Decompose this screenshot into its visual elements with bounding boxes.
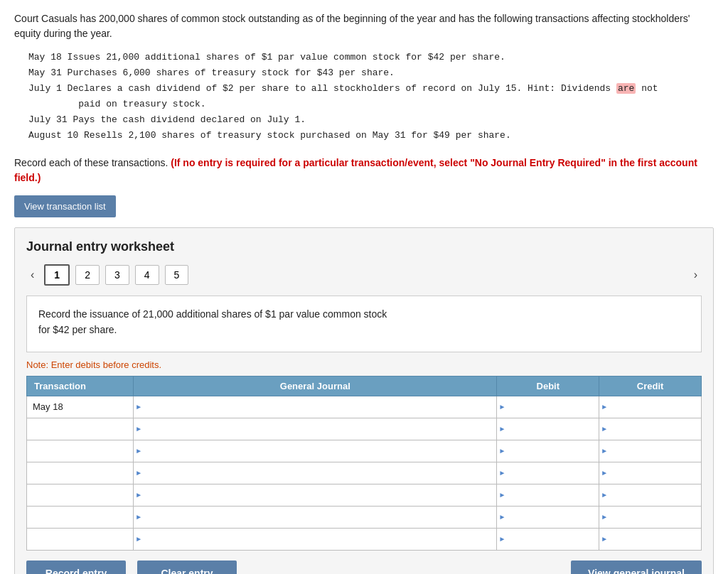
- tri-icon-6: ►: [135, 513, 142, 521]
- view-general-journal-button[interactable]: View general journal: [571, 561, 702, 574]
- credit-input-6[interactable]: [609, 507, 701, 528]
- debit-input-5[interactable]: [507, 484, 599, 506]
- journal-input-7[interactable]: [144, 529, 496, 550]
- tri-debit-3: ►: [498, 447, 505, 455]
- debit-cell-2[interactable]: ►: [497, 418, 599, 440]
- table-row: ► ► ►: [27, 506, 702, 528]
- tri-debit-4: ►: [498, 469, 505, 477]
- credit-input-2[interactable]: [609, 418, 701, 440]
- table-row: ► ► ►: [27, 440, 702, 462]
- transaction-date-7: [27, 528, 134, 550]
- view-transaction-button[interactable]: View transaction list: [14, 195, 116, 217]
- debit-cell-4[interactable]: ►: [497, 462, 599, 484]
- tri-debit-5: ►: [498, 491, 505, 499]
- debit-input-7[interactable]: [507, 529, 599, 550]
- transaction-line-2: May 31 Purchases 6,000 shares of treasur…: [28, 65, 714, 81]
- journal-input-2[interactable]: [144, 418, 496, 440]
- journal-cell-1[interactable]: ►: [134, 396, 497, 418]
- tri-icon-3: ►: [135, 447, 142, 455]
- credit-cell-4[interactable]: ►: [599, 462, 702, 484]
- debit-input-2[interactable]: [507, 418, 599, 440]
- credit-cell-6[interactable]: ►: [599, 506, 702, 528]
- credit-cell-1[interactable]: ►: [599, 396, 702, 418]
- journal-cell-2[interactable]: ►: [134, 418, 497, 440]
- journal-input-4[interactable]: [144, 462, 496, 484]
- clear-entry-button[interactable]: Clear entry: [137, 561, 237, 574]
- tri-icon-4: ►: [135, 469, 142, 477]
- tri-debit-2: ►: [498, 425, 505, 433]
- col-header-general-journal: General Journal: [134, 376, 497, 396]
- tri-debit-1: ►: [498, 403, 505, 411]
- credit-input-7[interactable]: [609, 529, 701, 550]
- debit-cell-6[interactable]: ►: [497, 506, 599, 528]
- debit-input-3[interactable]: [507, 440, 599, 462]
- tab-2[interactable]: 2: [75, 265, 100, 285]
- debit-cell-7[interactable]: ►: [497, 528, 599, 550]
- transaction-date-3: [27, 440, 134, 462]
- tri-debit-6: ►: [498, 513, 505, 521]
- journal-input-1[interactable]: [144, 396, 496, 418]
- transaction-line-5: August 10 Resells 2,100 shares of treasu…: [28, 128, 714, 144]
- transaction-date-6: [27, 506, 134, 528]
- bottom-buttons-bar: Record entry Clear entry View general jo…: [26, 561, 702, 574]
- transaction-line-1: May 18 Issues 21,000 additional shares o…: [28, 50, 714, 65]
- worksheet-title: Journal entry worksheet: [26, 239, 702, 254]
- transaction-line-3: July 1 Declares a cash dividend of $2 pe…: [28, 81, 714, 97]
- journal-input-3[interactable]: [144, 440, 496, 462]
- tri-credit-2: ►: [601, 425, 608, 433]
- journal-input-5[interactable]: [144, 484, 496, 506]
- debit-input-4[interactable]: [507, 462, 599, 484]
- col-header-transaction: Transaction: [27, 376, 134, 396]
- tri-icon-2: ►: [135, 425, 142, 433]
- debit-cell-5[interactable]: ►: [497, 484, 599, 506]
- tab-4[interactable]: 4: [135, 265, 159, 285]
- credit-input-1[interactable]: [609, 396, 701, 418]
- col-header-debit: Debit: [497, 376, 599, 396]
- tab-1[interactable]: 1: [44, 264, 70, 286]
- journal-cell-6[interactable]: ►: [134, 506, 497, 528]
- transaction-line-4: July 31 Pays the cash dividend declared …: [28, 112, 714, 128]
- credit-cell-3[interactable]: ►: [599, 440, 702, 462]
- tab-navigation: ‹ 1 2 3 4 5 ›: [26, 264, 702, 286]
- prev-tab-button[interactable]: ‹: [26, 267, 38, 283]
- journal-cell-3[interactable]: ►: [134, 440, 497, 462]
- tri-credit-7: ►: [601, 535, 608, 543]
- transaction-date-2: [27, 418, 134, 440]
- record-entry-button[interactable]: Record entry: [26, 561, 126, 574]
- debit-input-1[interactable]: [507, 396, 599, 418]
- table-row: ► ► ►: [27, 528, 702, 550]
- next-tab-button[interactable]: ›: [690, 267, 702, 283]
- journal-cell-7[interactable]: ►: [134, 528, 497, 550]
- credit-input-3[interactable]: [609, 440, 701, 462]
- debit-cell-1[interactable]: ►: [497, 396, 599, 418]
- transaction-date-4: [27, 462, 134, 484]
- tab-3[interactable]: 3: [105, 265, 129, 285]
- credit-cell-7[interactable]: ►: [599, 528, 702, 550]
- tri-icon-1: ►: [135, 403, 142, 411]
- credit-cell-5[interactable]: ►: [599, 484, 702, 506]
- entry-description-box: Record the issuance of 21,000 additional…: [26, 296, 702, 352]
- credit-input-4[interactable]: [609, 462, 701, 484]
- table-row: ► ► ►: [27, 484, 702, 506]
- tab-5[interactable]: 5: [165, 265, 189, 285]
- credit-input-5[interactable]: [609, 484, 701, 506]
- journal-cell-4[interactable]: ►: [134, 462, 497, 484]
- highlight-are: are: [616, 83, 636, 94]
- debit-input-6[interactable]: [507, 507, 599, 528]
- note-text: Note: Enter debits before credits.: [26, 359, 702, 370]
- tri-credit-6: ►: [601, 513, 608, 521]
- instruction-base-text: Record each of these transactions.: [14, 157, 168, 168]
- intro-paragraph: Court Casuals has 200,000 shares of comm…: [14, 11, 714, 41]
- debit-cell-3[interactable]: ►: [497, 440, 599, 462]
- entry-description-line1: Record the issuance of 21,000 additional…: [38, 308, 387, 320]
- journal-entry-worksheet: Journal entry worksheet ‹ 1 2 3 4 5 › Re…: [14, 227, 714, 574]
- journal-cell-5[interactable]: ►: [134, 484, 497, 506]
- col-header-credit: Credit: [599, 376, 702, 396]
- tri-credit-5: ►: [601, 491, 608, 499]
- transaction-date-1: May 18: [27, 396, 134, 418]
- journal-input-6[interactable]: [144, 507, 496, 528]
- credit-cell-2[interactable]: ►: [599, 418, 702, 440]
- table-row: May 18 ► ► ►: [27, 396, 702, 418]
- tri-icon-7: ►: [135, 535, 142, 543]
- instruction-paragraph: Record each of these transactions. (If n…: [14, 156, 714, 185]
